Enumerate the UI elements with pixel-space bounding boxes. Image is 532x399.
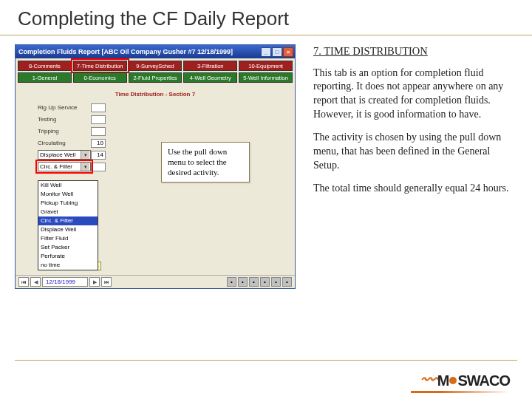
slide-title: Completing the CF Daily Report: [0, 0, 532, 35]
maximize-button[interactable]: □: [272, 47, 282, 57]
logo-swoosh-icon: 〰: [420, 371, 436, 389]
dropdown-item[interactable]: no time: [38, 261, 98, 270]
dropdown-item[interactable]: Kill Well: [38, 181, 98, 190]
panel-title: Time Distribution - Section 7: [16, 85, 295, 102]
window-titlebar: Completion Fluids Report [ABC Oil Compan…: [16, 45, 295, 58]
dropdown-item[interactable]: Filter Fluid: [38, 234, 98, 243]
tab-fluid-props[interactable]: 2-Fluid Properties: [129, 72, 183, 83]
toolbar-icon[interactable]: •: [238, 277, 248, 287]
hours-input[interactable]: [91, 163, 106, 171]
window-title: Completion Fluids Report [ABC Oil Compan…: [18, 48, 261, 55]
hours-input[interactable]: 14: [91, 151, 106, 160]
activity-dropdown[interactable]: Kill Well Monitor Well Pickup Tubing Gra…: [38, 180, 98, 270]
body-paragraph: This tab is an option for completion flu…: [313, 66, 517, 123]
activity-grid: Rig Up Service Testing Tripping Circulat…: [16, 102, 295, 176]
brand-logo: 〰MSWACO: [420, 371, 510, 390]
dropdown-item[interactable]: Set Packer: [38, 243, 98, 252]
tab-time-distribution[interactable]: 7-Time Distribution: [73, 61, 127, 71]
dropdown-item[interactable]: Displace Well: [38, 225, 98, 234]
tab-general[interactable]: 1-General: [18, 72, 72, 83]
activity-row: Testing: [38, 114, 126, 125]
toolbar-icon[interactable]: •: [271, 277, 281, 287]
logo-dot-icon: [449, 377, 457, 384]
date-field[interactable]: 12/18/1999: [42, 277, 88, 287]
tab-equipment[interactable]: 10-Equipment: [239, 61, 293, 71]
toolbar-icon[interactable]: •: [260, 277, 270, 287]
hours-input[interactable]: [91, 115, 106, 124]
dropdown-item[interactable]: Monitor Well: [38, 190, 98, 199]
activity-row: Tripping: [38, 126, 126, 137]
status-bar: ⏮ ◀ 12/18/1999 ▶ ⏭ • • • • • •: [16, 275, 295, 288]
activity-row: Circ. & Filter: [38, 161, 126, 172]
dropdown-item[interactable]: Perforate: [38, 252, 98, 261]
close-button[interactable]: ×: [283, 47, 293, 57]
tab-well-info[interactable]: 5-Well Information: [239, 72, 293, 83]
explanation-column: 7. TIME DISTRIBUTION This tab is an opti…: [313, 44, 517, 289]
logo-text-swaco: SWACO: [457, 372, 510, 389]
hours-input[interactable]: 10: [91, 139, 106, 148]
body-paragraph: The activity is chosen by using the pull…: [313, 131, 517, 173]
content-row: Completion Fluids Report [ABC Oil Compan…: [0, 35, 532, 289]
tab-filtration[interactable]: 3-Filtration: [183, 61, 237, 71]
toolbar-icon[interactable]: •: [227, 277, 236, 287]
toolbar-icon[interactable]: •: [282, 277, 292, 287]
activity-label: Tripping: [38, 128, 91, 134]
hours-input[interactable]: [91, 127, 106, 136]
activity-row: Displace Well14: [38, 149, 126, 160]
activity-select-open[interactable]: Circ. & Filter: [38, 162, 91, 171]
activity-column: Rig Up Service Testing Tripping Circulat…: [38, 102, 126, 173]
dropdown-item[interactable]: Gravel: [38, 208, 98, 216]
nav-prev-button[interactable]: ◀: [30, 277, 41, 287]
app-window: Completion Fluids Report [ABC Oil Compan…: [15, 44, 296, 289]
window-buttons: _ □ ×: [261, 47, 293, 57]
toolbar-icon[interactable]: •: [249, 277, 259, 287]
activity-row: Circulating10: [38, 137, 126, 149]
activity-label: Testing: [38, 116, 91, 123]
logo-underline: [411, 391, 510, 393]
activity-select[interactable]: Displace Well: [38, 150, 91, 160]
callout-box: Use the pull down menu to select the des…: [161, 142, 250, 183]
nav-first-button[interactable]: ⏮: [18, 277, 29, 287]
body-paragraph: The total time should generally equal 24…: [313, 182, 517, 196]
nav-next-button[interactable]: ▶: [89, 277, 100, 287]
activity-row: Rig Up Service: [38, 102, 126, 113]
dropdown-item[interactable]: Pickup Tubing: [38, 199, 98, 208]
nav-last-button[interactable]: ⏭: [101, 277, 112, 287]
section-heading: 7. TIME DISTRIBUTION: [313, 44, 517, 59]
hours-input[interactable]: [91, 103, 106, 112]
minimize-button[interactable]: _: [261, 47, 271, 57]
footer-divider: [15, 360, 517, 361]
tab-survey[interactable]: 9-SurveySched: [129, 61, 183, 71]
activity-label: Circulating: [38, 140, 91, 146]
logo-text-m: M: [437, 372, 449, 389]
tab-strip: 8-Comments 7-Time Distribution 9-SurveyS…: [16, 58, 295, 85]
tab-economics[interactable]: 0-Economics: [73, 72, 127, 83]
activity-label: Rig Up Service: [38, 104, 91, 111]
dropdown-item[interactable]: Circ. & Filter: [38, 216, 98, 225]
screenshot-column: Completion Fluids Report [ABC Oil Compan…: [15, 44, 303, 289]
tab-well-geometry[interactable]: 4-Well Geometry: [183, 72, 237, 83]
tab-comments[interactable]: 8-Comments: [18, 61, 72, 71]
